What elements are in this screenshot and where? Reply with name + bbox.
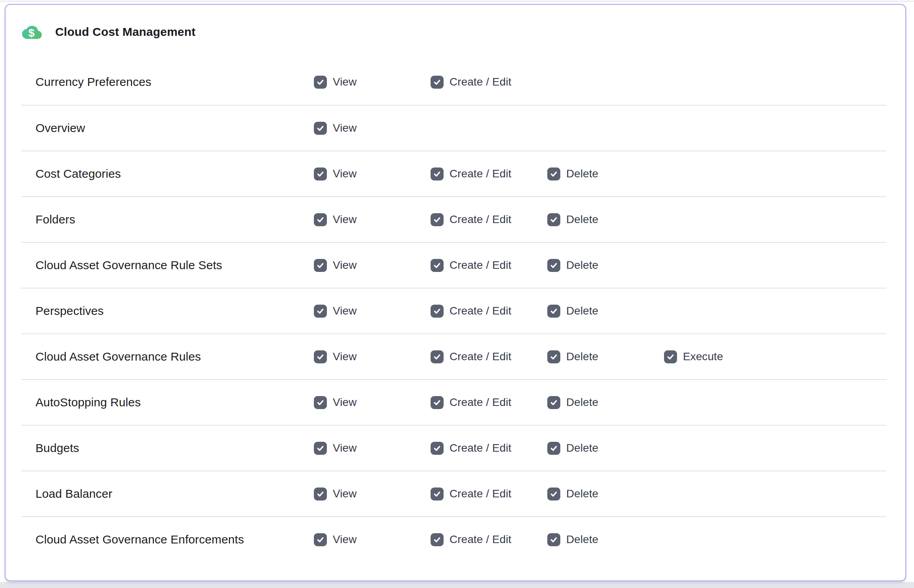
permission-row: AutoStopping RulesViewCreate / EditDelet…	[21, 379, 886, 425]
view-checkbox[interactable]	[314, 167, 327, 180]
view-checkbox[interactable]	[314, 305, 327, 318]
create-edit-checkbox[interactable]	[431, 259, 444, 272]
permission-label: Create / Edit	[450, 213, 511, 226]
permission-label: View	[333, 259, 357, 272]
view-permission: View	[314, 396, 431, 409]
resource-name: Currency Preferences	[21, 75, 314, 89]
page-top-divider	[0, 1, 914, 2]
permission-label: View	[333, 167, 357, 180]
resource-name: Budgets	[21, 441, 314, 455]
permission-label: Execute	[683, 350, 723, 363]
resource-name: Load Balancer	[21, 487, 314, 501]
view-permission: View	[314, 213, 431, 226]
permission-label: Delete	[566, 259, 599, 272]
permission-label: Delete	[566, 442, 599, 454]
delete-checkbox[interactable]	[547, 350, 560, 363]
view-permission: View	[314, 76, 431, 89]
resource-name: AutoStopping Rules	[21, 396, 314, 409]
view-permission: View	[314, 533, 431, 546]
create-edit-checkbox[interactable]	[431, 76, 444, 89]
delete-permission: Delete	[547, 350, 664, 363]
delete-permission: Delete	[547, 305, 664, 318]
delete-permission: Delete	[547, 488, 664, 501]
permission-label: View	[333, 488, 357, 500]
permission-label: View	[333, 442, 357, 454]
view-checkbox[interactable]	[314, 76, 327, 89]
view-permission: View	[314, 442, 431, 455]
permission-label: View	[333, 76, 357, 88]
resource-name: Cloud Asset Governance Rules	[21, 350, 314, 363]
create-edit-permission: Create / Edit	[431, 213, 547, 226]
permission-label: Create / Edit	[450, 488, 511, 500]
create-edit-permission: Create / Edit	[431, 305, 547, 318]
permission-row: Cloud Asset Governance Rule SetsViewCrea…	[21, 242, 886, 288]
view-checkbox[interactable]	[314, 122, 327, 135]
create-edit-checkbox[interactable]	[431, 488, 444, 501]
delete-checkbox[interactable]	[547, 213, 560, 226]
delete-permission: Delete	[547, 396, 664, 409]
permission-row: Currency PreferencesViewCreate / Edit	[21, 59, 886, 105]
view-permission: View	[314, 259, 431, 272]
page-title: Cloud Cost Management	[55, 25, 196, 39]
permission-label: Delete	[566, 533, 599, 546]
permission-label: Create / Edit	[450, 442, 511, 454]
permission-label: Delete	[566, 213, 599, 226]
create-edit-checkbox[interactable]	[431, 350, 444, 363]
permissions-table: Currency PreferencesViewCreate / EditOve…	[21, 59, 886, 562]
permission-label: View	[333, 305, 357, 317]
delete-checkbox[interactable]	[547, 533, 560, 546]
view-permission: View	[314, 488, 431, 501]
permission-label: Create / Edit	[450, 259, 511, 272]
view-checkbox[interactable]	[314, 488, 327, 501]
view-checkbox[interactable]	[314, 350, 327, 363]
create-edit-permission: Create / Edit	[431, 442, 547, 455]
view-checkbox[interactable]	[314, 442, 327, 455]
create-edit-checkbox[interactable]	[431, 305, 444, 318]
delete-checkbox[interactable]	[547, 442, 560, 455]
view-permission: View	[314, 350, 431, 363]
create-edit-permission: Create / Edit	[431, 76, 547, 89]
execute-permission: Execute	[664, 350, 781, 363]
delete-permission: Delete	[547, 533, 664, 546]
permission-label: Delete	[566, 488, 599, 500]
permission-label: Create / Edit	[450, 350, 511, 363]
permission-label: Create / Edit	[450, 533, 511, 546]
create-edit-checkbox[interactable]	[431, 396, 444, 409]
delete-checkbox[interactable]	[547, 396, 560, 409]
permission-row: FoldersViewCreate / EditDelete	[21, 196, 886, 242]
resource-name: Cost Categories	[21, 167, 314, 180]
view-checkbox[interactable]	[314, 533, 327, 546]
create-edit-checkbox[interactable]	[431, 213, 444, 226]
permission-label: View	[333, 350, 357, 363]
permission-label: Delete	[566, 350, 599, 363]
resource-name: Folders	[21, 213, 314, 226]
create-edit-checkbox[interactable]	[431, 167, 444, 180]
resource-name: Cloud Asset Governance Enforcements	[21, 533, 314, 546]
permission-label: Delete	[566, 305, 599, 317]
view-checkbox[interactable]	[314, 213, 327, 226]
permission-label: View	[333, 213, 357, 226]
resource-name: Perspectives	[21, 304, 314, 318]
permission-row: Cloud Asset Governance RulesViewCreate /…	[21, 333, 886, 379]
permission-row: BudgetsViewCreate / EditDelete	[21, 425, 886, 471]
permission-label: Delete	[566, 396, 599, 409]
delete-checkbox[interactable]	[547, 167, 560, 180]
create-edit-permission: Create / Edit	[431, 488, 547, 501]
permission-label: View	[333, 533, 357, 546]
execute-checkbox[interactable]	[664, 350, 677, 363]
resource-name: Overview	[21, 121, 314, 135]
create-edit-checkbox[interactable]	[431, 533, 444, 546]
create-edit-permission: Create / Edit	[431, 259, 547, 272]
delete-checkbox[interactable]	[547, 488, 560, 501]
create-edit-permission: Create / Edit	[431, 533, 547, 546]
view-checkbox[interactable]	[314, 396, 327, 409]
create-edit-permission: Create / Edit	[431, 167, 547, 180]
permission-row: Cloud Asset Governance EnforcementsViewC…	[21, 516, 886, 562]
delete-checkbox[interactable]	[547, 305, 560, 318]
delete-checkbox[interactable]	[547, 259, 560, 272]
create-edit-checkbox[interactable]	[431, 442, 444, 455]
create-edit-permission: Create / Edit	[431, 350, 547, 363]
delete-permission: Delete	[547, 213, 664, 226]
permission-label: Create / Edit	[450, 76, 511, 88]
view-checkbox[interactable]	[314, 259, 327, 272]
